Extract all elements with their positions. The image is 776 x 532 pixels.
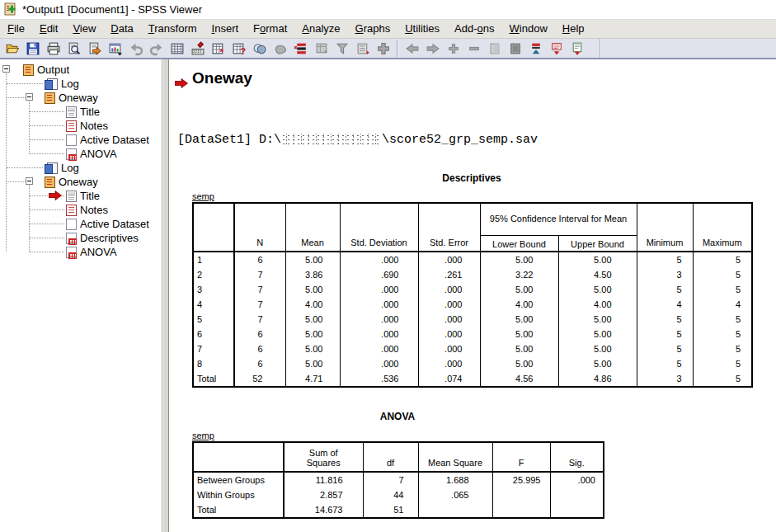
goto-case-button[interactable]	[188, 40, 207, 58]
tree-item-anova[interactable]: ANOVA	[66, 147, 117, 161]
data-cell: 52	[234, 371, 285, 387]
tree-item-log[interactable]: Log	[45, 77, 79, 91]
insert-text-button[interactable]	[567, 40, 586, 58]
open-button[interactable]	[2, 40, 21, 58]
tree-item-oneway[interactable]: Oneway	[45, 91, 98, 105]
print-preview-button[interactable]	[64, 40, 83, 58]
designate-window-button[interactable]	[374, 40, 393, 58]
show-button[interactable]	[485, 40, 504, 58]
column-header: Std. Error	[418, 203, 480, 252]
forward-button[interactable]	[423, 40, 442, 58]
data-cell	[550, 487, 604, 502]
menu-format[interactable]: Format	[246, 20, 294, 38]
tree-item-output[interactable]: Output	[23, 63, 69, 77]
demote-button[interactable]	[547, 40, 566, 58]
tree-expander-minus[interactable]	[26, 177, 33, 185]
tree-item-title[interactable]: Title	[66, 105, 100, 119]
data-cell: 5	[637, 341, 693, 356]
tree-item-notes[interactable]: Notes	[66, 203, 108, 217]
select-last-output-button[interactable]	[312, 40, 331, 58]
undo-button[interactable]	[126, 40, 145, 58]
data-cell: .000	[340, 341, 418, 356]
data-cell: 5.00	[558, 252, 637, 267]
dataset-line: [DataSet1] D:\\score52_grp_semp.sav	[177, 133, 538, 147]
redo-button[interactable]	[147, 40, 166, 58]
oneway-heading: Oneway	[192, 69, 252, 87]
column-header: N	[234, 203, 285, 252]
tree-item-title[interactable]: Title	[66, 189, 100, 203]
select-objects-button[interactable]	[270, 40, 289, 58]
title-bar: *Output1 [Document1] - SPSS Viewer	[0, 0, 776, 20]
oneway-icon	[45, 177, 55, 188]
data-cell: 5.00	[480, 252, 558, 267]
collapse-button[interactable]	[464, 40, 483, 58]
anova-table[interactable]: Sum of SquaresdfMean SquareFSig.Between …	[192, 441, 604, 519]
tree-item-notes[interactable]: Notes	[66, 119, 108, 133]
delete-output-button[interactable]	[332, 40, 351, 58]
tree-item-anova[interactable]: ANOVA	[66, 245, 117, 259]
data-cell: .000	[418, 312, 480, 327]
tree-expander-minus[interactable]	[2, 65, 10, 73]
menu-file[interactable]: File	[0, 20, 32, 38]
goto-data-button[interactable]	[167, 40, 186, 58]
anova-title: ANOVA	[192, 411, 603, 422]
table-row: Between Groups11.81671.68825.995.000	[193, 472, 604, 487]
recall-dialog-button[interactable]	[106, 40, 125, 58]
data-cell: 5	[693, 371, 752, 387]
data-cell: 4	[637, 297, 693, 312]
menu-utilities[interactable]: Utilities	[397, 20, 447, 38]
table-icon	[66, 233, 77, 244]
tree-item-oneway[interactable]: Oneway	[45, 175, 98, 189]
data-cell: .000	[418, 341, 480, 356]
tree-connector	[30, 210, 64, 210]
data-cell: 4.50	[558, 267, 637, 282]
tree-connector	[30, 111, 64, 112]
tree-item-label: Active Dataset	[80, 134, 149, 146]
menu-help[interactable]: Help	[555, 20, 592, 38]
descriptives-table[interactable]: NMeanStd. DeviationStd. Error95% Confide…	[192, 202, 753, 388]
tree-item-active-dataset[interactable]: Active Dataset	[66, 133, 149, 147]
promote-button[interactable]	[526, 40, 545, 58]
pane-splitter[interactable]	[162, 59, 169, 532]
menu-analyze[interactable]: Analyze	[294, 20, 347, 38]
corner-cell	[193, 442, 284, 472]
tree-expander-minus[interactable]	[26, 93, 33, 101]
menu-window[interactable]: Window	[502, 20, 555, 38]
column-header: Sig.	[550, 442, 604, 472]
tree-item-log[interactable]: Log	[45, 161, 79, 175]
data-cell: 1.688	[418, 472, 492, 487]
variables-button[interactable]: *	[209, 40, 228, 58]
tree-item-active-dataset[interactable]: Active Dataset	[66, 217, 149, 231]
menu-transform[interactable]: Transform	[141, 20, 205, 38]
tree-connector	[30, 252, 64, 252]
expand-button[interactable]	[444, 40, 463, 58]
hide-button[interactable]	[506, 40, 524, 58]
find-button[interactable]	[250, 40, 269, 58]
variable-info-button[interactable]: ?	[229, 40, 248, 58]
output-content-area: Oneway [DataSet1] D:\\score52_grp_semp.s…	[169, 59, 776, 532]
data-cell	[492, 502, 550, 518]
save-button[interactable]	[23, 40, 42, 58]
print-button[interactable]	[44, 40, 63, 58]
data-cell: .074	[418, 371, 480, 387]
data-cell: 51	[363, 502, 418, 518]
menu-add-ons[interactable]: Add-ons	[447, 20, 501, 38]
table-row: Total524.71.536.0744.564.8635	[193, 371, 752, 387]
export-button[interactable]	[85, 40, 104, 58]
data-cell: 5	[693, 312, 752, 327]
column-header: Mean Square	[418, 442, 492, 472]
menu-edit[interactable]: Edit	[32, 20, 65, 38]
data-cell: 5.00	[285, 312, 340, 327]
menu-view[interactable]: View	[65, 20, 103, 38]
menu-insert[interactable]: Insert	[205, 20, 247, 38]
tree-connector	[7, 83, 43, 84]
show-results-button[interactable]	[353, 40, 372, 58]
tree-item-descriptives[interactable]: Descriptives	[66, 231, 139, 245]
back-button[interactable]	[402, 40, 421, 58]
menu-data[interactable]: Data	[103, 20, 140, 38]
data-cell: .000	[340, 252, 418, 267]
menu-graphs[interactable]: Graphs	[348, 20, 398, 38]
find-icon	[252, 41, 267, 56]
use-sets-button[interactable]	[291, 40, 310, 58]
descriptives-block: Descriptives semp NMeanStd. DeviationStd…	[192, 172, 751, 388]
